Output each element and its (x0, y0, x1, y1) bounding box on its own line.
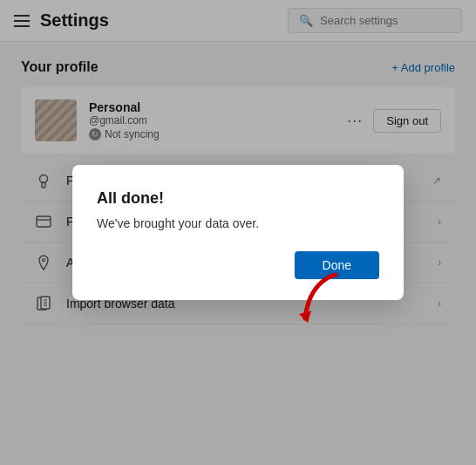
modal-body: We've brought your data over. (97, 216, 379, 230)
modal-footer: Done (97, 251, 379, 279)
modal-overlay: All done! We've brought your data over. … (0, 0, 476, 465)
modal-dialog: All done! We've brought your data over. … (72, 165, 404, 300)
arrow-pointer (292, 270, 344, 332)
watermark: wsxdn.com (424, 450, 467, 460)
svg-marker-10 (299, 311, 311, 323)
modal-title: All done! (97, 189, 379, 208)
